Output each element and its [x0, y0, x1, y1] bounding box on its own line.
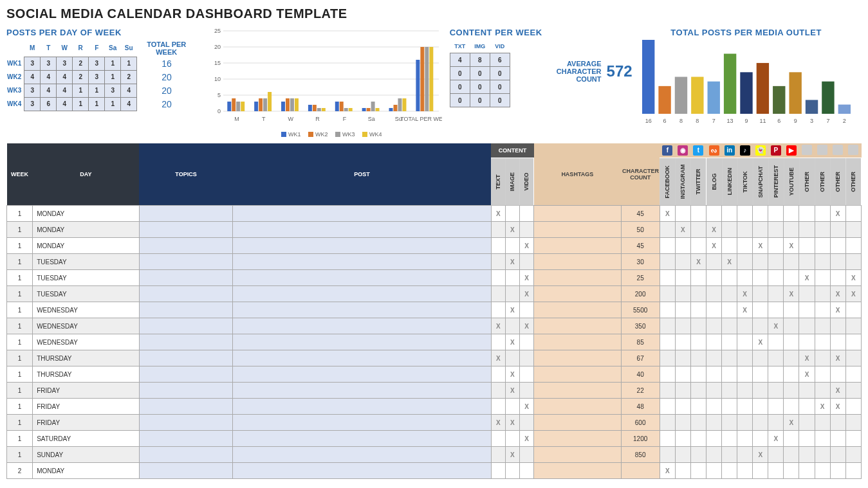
svg-rect-42	[389, 108, 392, 111]
avg-label: AVERAGE CHARACTER COUNT	[550, 60, 602, 83]
svg-text:F: F	[342, 116, 346, 122]
table-row[interactable]: 1THURSDAYX40X	[7, 366, 862, 383]
other-icon	[802, 145, 812, 155]
svg-rect-48	[420, 47, 424, 111]
svg-text:16: 16	[645, 118, 651, 124]
svg-text:20: 20	[214, 44, 221, 50]
table-row[interactable]: 1TUESDAYX25XX	[7, 270, 862, 286]
svg-text:9: 9	[744, 118, 748, 124]
svg-rect-13	[232, 98, 235, 111]
table-row[interactable]: 1MONDAYX45XXX	[7, 238, 862, 254]
svg-rect-54	[308, 132, 313, 137]
svg-rect-47	[416, 60, 420, 111]
svg-rect-45	[402, 98, 406, 111]
content-per-week-block: CONTENT PER WEEK TXTIMGVID486000000000	[450, 28, 542, 107]
blog-icon: ᔓ	[709, 145, 719, 156]
svg-rect-39	[371, 102, 374, 111]
other-icon	[848, 145, 858, 155]
svg-text:25: 25	[214, 28, 221, 34]
svg-rect-62	[658, 86, 670, 114]
snapchat-icon: 👻	[755, 145, 766, 156]
svg-text:13: 13	[726, 118, 733, 124]
svg-text:WK1: WK1	[288, 131, 301, 138]
table-row[interactable]: 1THURSDAYX67XX	[7, 350, 862, 366]
svg-rect-14	[236, 102, 240, 111]
svg-rect-52	[281, 132, 286, 137]
table-row[interactable]: 1MONDAYX45XX	[7, 206, 862, 222]
svg-text:WK2: WK2	[315, 131, 328, 138]
svg-rect-84	[838, 105, 850, 114]
svg-rect-22	[281, 102, 285, 111]
svg-text:0: 0	[217, 108, 221, 114]
svg-text:R: R	[315, 116, 320, 122]
svg-rect-38	[366, 108, 370, 111]
svg-text:6: 6	[777, 118, 780, 124]
svg-rect-23	[286, 98, 290, 111]
svg-text:T: T	[262, 116, 266, 122]
svg-text:Sa: Sa	[368, 116, 375, 122]
table-row[interactable]: 1FRIDAYX48XX	[7, 399, 862, 415]
svg-text:6: 6	[663, 118, 666, 124]
twitter-icon: t	[693, 145, 703, 156]
calendar-table: WEEKDAYTOPICSPOSTCONTENTHASHTAGSCHARACTE…	[6, 143, 862, 479]
svg-rect-74	[756, 63, 768, 114]
posts-per-day-block: POSTS PER DAY OF WEEK MTWRFSaSuTOTAL PER…	[6, 28, 196, 111]
svg-rect-15	[241, 102, 245, 111]
tpmo-title: TOTAL POSTS PER MEDIA OUTLET	[640, 28, 853, 37]
svg-rect-29	[317, 108, 321, 111]
table-row[interactable]: 1WEDNESDAYXX350X	[7, 318, 862, 334]
svg-rect-68	[707, 82, 719, 114]
table-row[interactable]: 2MONDAYX	[7, 463, 862, 479]
svg-rect-35	[348, 108, 352, 111]
svg-text:2: 2	[842, 118, 845, 124]
svg-text:M: M	[234, 116, 239, 122]
table-row[interactable]: 1FRIDAYX22X	[7, 383, 862, 399]
svg-rect-82	[822, 82, 834, 114]
table-row[interactable]: 1WEDNESDAYX5500XX	[7, 302, 862, 318]
table-row[interactable]: 1MONDAYX50XX	[7, 222, 862, 238]
table-row[interactable]: 1TUESDAYX200XXXX	[7, 286, 862, 302]
svg-text:11: 11	[759, 118, 766, 124]
svg-rect-37	[362, 108, 365, 111]
instagram-icon: ◉	[678, 145, 688, 156]
table-row[interactable]: 1WEDNESDAYX85X	[7, 334, 862, 350]
table-row[interactable]: 1SATURDAYX1200X	[7, 431, 862, 447]
svg-rect-64	[674, 77, 687, 114]
svg-text:W: W	[288, 116, 293, 122]
svg-rect-18	[259, 98, 263, 111]
cpw-title: CONTENT PER WEEK	[450, 28, 542, 37]
svg-rect-43	[393, 105, 397, 111]
svg-text:8: 8	[679, 118, 683, 124]
svg-text:7: 7	[826, 118, 829, 124]
svg-text:WK4: WK4	[369, 131, 382, 138]
svg-rect-80	[805, 100, 817, 114]
youtube-icon: ▶	[786, 145, 797, 156]
svg-rect-25	[295, 98, 299, 111]
weekly-bar-chart: 0510152025MTWRFSaSuTOTAL PER WEEKWK1WK2W…	[204, 28, 442, 137]
svg-text:5: 5	[217, 92, 221, 98]
tiktok-icon: ♪	[740, 145, 750, 156]
table-row[interactable]: 1SUNDAYX850X	[7, 447, 862, 463]
svg-rect-44	[398, 98, 402, 111]
pinterest-icon: P	[771, 145, 781, 156]
svg-rect-17	[254, 102, 258, 111]
svg-rect-70	[724, 54, 736, 114]
other-icon	[833, 145, 843, 155]
svg-rect-78	[789, 72, 801, 114]
svg-rect-30	[322, 108, 326, 111]
ppdw-table: MTWRFSaSuTOTAL PER WEEKWK1333231116WK244…	[6, 40, 196, 111]
avg-value: 572	[607, 62, 633, 80]
table-row[interactable]: 1TUESDAYX30XX	[7, 254, 862, 270]
svg-rect-56	[335, 132, 340, 137]
svg-rect-20	[268, 92, 272, 111]
table-row[interactable]: 1FRIDAYXX600X	[7, 415, 862, 431]
ppdw-title: POSTS PER DAY OF WEEK	[6, 28, 196, 37]
svg-text:3: 3	[810, 118, 813, 124]
svg-rect-19	[263, 98, 267, 111]
svg-rect-40	[375, 108, 379, 111]
svg-text:10: 10	[214, 76, 221, 82]
svg-text:15: 15	[214, 60, 221, 66]
svg-rect-58	[362, 132, 367, 137]
svg-text:WK3: WK3	[342, 131, 355, 138]
svg-text:8: 8	[696, 118, 699, 124]
